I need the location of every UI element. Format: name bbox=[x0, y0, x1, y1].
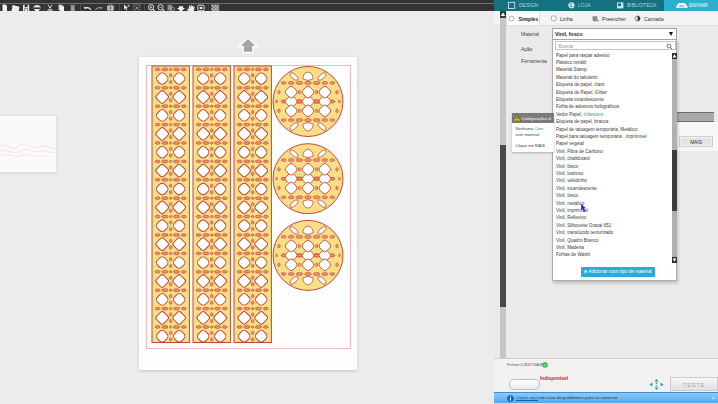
svg-text:ENVIAR: ENVIAR bbox=[689, 2, 708, 8]
svg-text:LOJA: LOJA bbox=[578, 2, 591, 8]
svg-text:BIBLIOTECA: BIBLIOTECA bbox=[627, 2, 657, 8]
svg-text:Linha: Linha bbox=[560, 15, 573, 21]
svg-text:DESIGN: DESIGN bbox=[519, 2, 539, 8]
svg-text:Camada: Camada bbox=[644, 15, 664, 21]
svg-text:Preencher: Preencher bbox=[602, 15, 626, 21]
svg-text:Simples: Simples bbox=[519, 15, 539, 21]
